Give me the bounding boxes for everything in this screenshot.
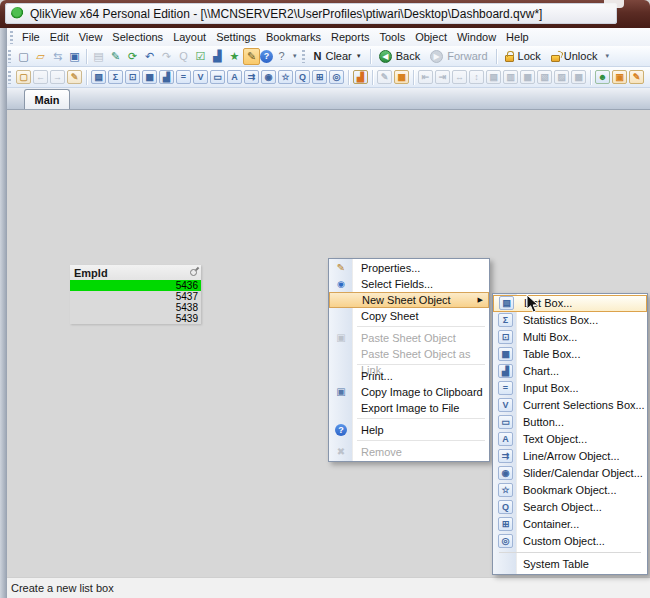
new-list-box-icon[interactable]: ▤ bbox=[91, 70, 106, 84]
menu-edit[interactable]: Edit bbox=[45, 29, 74, 46]
edit-script-icon[interactable]: ✎ bbox=[107, 48, 124, 65]
open-icon[interactable]: ▱ bbox=[32, 48, 49, 65]
webview-toggle-icon[interactable]: ☻ bbox=[595, 70, 610, 84]
menu-settings[interactable]: Settings bbox=[211, 29, 261, 46]
reload-icon[interactable]: ⟳ bbox=[124, 48, 141, 65]
submenu-item-button[interactable]: ▭ Button... bbox=[493, 414, 647, 431]
listbox-caption[interactable]: EmpId bbox=[70, 265, 201, 280]
menu-bookmarks[interactable]: Bookmarks bbox=[261, 29, 326, 46]
new-statistics-box-icon[interactable]: Σ bbox=[108, 70, 123, 84]
sheet-context-menu: ✎ Properties... ◉ Select Fields... New S… bbox=[328, 258, 490, 462]
menuitem-label: Container... bbox=[523, 518, 579, 530]
help-icon[interactable]: ? bbox=[260, 50, 273, 63]
menuitem-copy-image-to-clipboard[interactable]: ▣ Copy Image to Clipboard bbox=[329, 384, 489, 400]
submenu-item-chart[interactable]: ▟ Chart... bbox=[493, 363, 647, 380]
window-control-remnant bbox=[604, 0, 624, 8]
menu-file[interactable]: File bbox=[17, 29, 45, 46]
slider-calendar-object-icon: ◉ bbox=[498, 466, 513, 480]
menu-selections[interactable]: Selections bbox=[107, 29, 168, 46]
submenu-item-text-object[interactable]: A Text Object... bbox=[493, 431, 647, 448]
menu-reports[interactable]: Reports bbox=[326, 29, 375, 46]
design-grid-toggle-icon[interactable]: ✎ bbox=[243, 48, 260, 65]
input-box-icon: = bbox=[498, 381, 513, 395]
unlock-button[interactable]: Unlock bbox=[546, 47, 603, 65]
current-selections-icon[interactable]: ☑ bbox=[192, 48, 209, 65]
save-icon[interactable]: ▣ bbox=[66, 48, 83, 65]
title-inset: QlikView x64 Personal Edition - [\\MCNSE… bbox=[5, 3, 617, 24]
menu-tools[interactable]: Tools bbox=[374, 29, 410, 46]
print-icon: ▤ bbox=[90, 48, 107, 65]
menu-help[interactable]: Help bbox=[501, 29, 534, 46]
listbox-value-row[interactable]: 5436 bbox=[70, 280, 201, 291]
submenu-item-custom-object[interactable]: ◎ Custom Object... bbox=[493, 533, 647, 550]
toolbar-separator bbox=[86, 49, 87, 64]
toolbar-overflow-chevron[interactable]: ▾ bbox=[602, 52, 612, 60]
submenu-item-bookmark-object[interactable]: ☆ Bookmark Object... bbox=[493, 482, 647, 499]
clear-button[interactable]: N Clear ▼ bbox=[309, 47, 367, 65]
menu-view[interactable]: View bbox=[74, 29, 108, 46]
standard-toolbar: ▢ ▱ ⇆ ▣ ▤ ✎ ⟳ ↶ ↷ Q ☑ ▟ ★ ✎ ? ? ▾ N Clea… bbox=[0, 46, 650, 67]
whats-this-icon[interactable]: ? bbox=[273, 48, 290, 65]
new-document-icon[interactable]: ▢ bbox=[15, 48, 32, 65]
menuitem-properties[interactable]: ✎ Properties... bbox=[329, 260, 489, 276]
menuitem-label: Print... bbox=[361, 370, 393, 382]
menuitem-copy-sheet[interactable]: Copy Sheet bbox=[329, 308, 489, 324]
toolbar-overflow-chevron[interactable]: ▾ bbox=[290, 52, 300, 60]
submenu-item-search-object[interactable]: Q Search Object... bbox=[493, 499, 647, 516]
new-container-icon[interactable]: ⊞ bbox=[312, 70, 327, 84]
submenu-item-current-selections-box[interactable]: V Current Selections Box... bbox=[493, 397, 647, 414]
menuitem-label: Remove bbox=[361, 446, 402, 458]
new-search-object-icon[interactable]: Q bbox=[295, 70, 310, 84]
new-input-box-icon[interactable]: = bbox=[176, 70, 191, 84]
sheet-properties-icon[interactable]: ✎ bbox=[67, 70, 82, 84]
back-button[interactable]: ◀ Back bbox=[374, 47, 425, 65]
move-size-icon[interactable]: ▣ bbox=[612, 70, 627, 84]
menuitem-export-image-to-file[interactable]: Export Image to File bbox=[329, 400, 489, 416]
new-line-arrow-icon[interactable]: ⇉ bbox=[244, 70, 259, 84]
submenu-item-system-table[interactable]: System Table bbox=[493, 556, 647, 573]
listbox-value-row[interactable]: 5439 bbox=[70, 313, 201, 324]
menu-object[interactable]: Object bbox=[410, 29, 452, 46]
center-horizontally-icon: ↔ bbox=[452, 70, 467, 84]
lock-button[interactable]: Lock bbox=[500, 47, 546, 65]
add-sheet-icon[interactable]: ▢ bbox=[16, 70, 31, 84]
menu-layout[interactable]: Layout bbox=[168, 29, 211, 46]
menu-window[interactable]: Window bbox=[452, 29, 501, 46]
tab-main[interactable]: Main bbox=[24, 89, 70, 109]
quick-chart-wizard-icon[interactable]: ▟ bbox=[209, 48, 226, 65]
new-current-selections-box-icon[interactable]: V bbox=[193, 70, 208, 84]
listbox-search-icon[interactable] bbox=[190, 269, 197, 276]
menuitem-new-sheet-object[interactable]: New Sheet Object ▶ bbox=[329, 292, 489, 308]
clear-dropdown-caret[interactable]: ▼ bbox=[356, 53, 362, 59]
submenu-item-container[interactable]: ⊞ Container... bbox=[493, 516, 647, 533]
listbox-value-row[interactable]: 5437 bbox=[70, 291, 201, 302]
menuitem-help[interactable]: ? Help bbox=[329, 422, 489, 438]
submenu-item-line-arrow-object[interactable]: ⇉ Line/Arrow Object... bbox=[493, 448, 647, 465]
menuitem-label: Slider/Calendar Object... bbox=[523, 467, 643, 479]
menuitem-print[interactable]: Print... bbox=[329, 368, 489, 384]
new-custom-object-icon[interactable]: ◎ bbox=[329, 70, 344, 84]
listbox-value-row[interactable]: 5438 bbox=[70, 302, 201, 313]
submenu-item-table-box[interactable]: ▦ Table Box... bbox=[493, 346, 647, 363]
new-button-icon[interactable]: ▭ bbox=[210, 70, 225, 84]
new-slider-calendar-icon[interactable]: ◉ bbox=[261, 70, 276, 84]
submenu-item-slider-calendar-object[interactable]: ◉ Slider/Calendar Object... bbox=[493, 465, 647, 482]
refresh-icon[interactable]: ⇆ bbox=[49, 48, 66, 65]
design-grid-icon[interactable]: ▦ bbox=[394, 70, 409, 84]
edit-module-icon[interactable]: ✎ bbox=[629, 70, 644, 84]
submenu-item-input-box[interactable]: = Input Box... bbox=[493, 380, 647, 397]
new-text-object-icon[interactable]: A bbox=[227, 70, 242, 84]
submenu-item-list-box[interactable]: ▤ List Box... bbox=[493, 295, 647, 312]
submenu-item-multi-box[interactable]: ⊡ Multi Box... bbox=[493, 329, 647, 346]
menuitem-select-fields[interactable]: ◉ Select Fields... bbox=[329, 276, 489, 292]
submenu-item-statistics-box[interactable]: Σ Statistics Box... bbox=[493, 312, 647, 329]
favorites-star-icon[interactable]: ★ bbox=[226, 48, 243, 65]
new-multi-box-icon[interactable]: ⊡ bbox=[125, 70, 140, 84]
undo-icon[interactable]: ↶ bbox=[141, 48, 158, 65]
align-left-icon: ⇤ bbox=[418, 70, 433, 84]
new-bookmark-object-icon[interactable]: ☆ bbox=[278, 70, 293, 84]
custom-object-icon: ◎ bbox=[498, 534, 513, 548]
new-table-box-icon[interactable]: ▦ bbox=[142, 70, 157, 84]
chart-wizard-icon[interactable]: ▟ bbox=[353, 70, 368, 84]
new-chart-icon[interactable]: ▟ bbox=[159, 70, 174, 84]
